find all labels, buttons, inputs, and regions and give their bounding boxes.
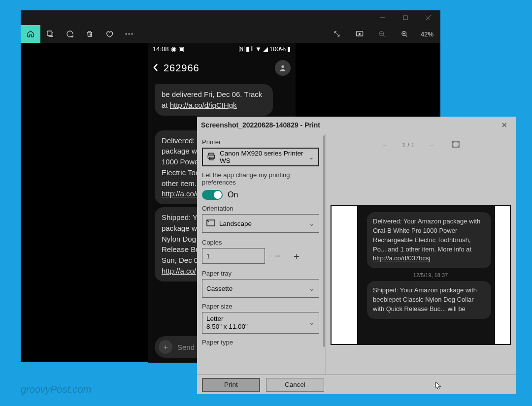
svg-point-5	[126, 33, 127, 35]
toggle-value: On	[228, 190, 238, 199]
copies-label: Copies	[202, 239, 319, 246]
svg-point-7	[132, 33, 133, 35]
rotate-icon[interactable]	[60, 25, 80, 43]
phone-time: 14:08	[153, 45, 169, 53]
print-button[interactable]: Print	[202, 378, 260, 392]
svg-rect-4	[47, 31, 52, 35]
phone-header: 262966	[148, 55, 296, 81]
size-sub: 8.50" x 11.00"	[206, 323, 315, 331]
orientation-select[interactable]: Landscape ⌄	[202, 214, 319, 233]
slideshow-icon[interactable]	[350, 25, 369, 43]
svg-point-6	[129, 33, 130, 35]
home-icon[interactable]	[21, 25, 40, 43]
prev-page-icon[interactable]: ←	[382, 141, 388, 149]
printer-select[interactable]: Canon MX920 series Printer WS ⌄	[202, 148, 319, 166]
copies-plus[interactable]: ＋	[291, 250, 302, 263]
close-button[interactable]	[417, 10, 439, 25]
more-icon[interactable]	[119, 25, 139, 43]
favorite-icon[interactable]	[100, 25, 119, 43]
message-bubble: be delivered Fri, Dec 06. Track at http:…	[155, 84, 273, 116]
battery-mini-icon: ▮	[246, 45, 249, 53]
svg-point-11	[281, 65, 284, 68]
preferences-toggle[interactable]	[202, 190, 223, 200]
size-value: Letter	[206, 315, 315, 323]
preview-page: Delivered: Your Amazon package with Oral…	[331, 205, 511, 345]
fit-page-icon[interactable]	[452, 141, 460, 149]
track-link[interactable]: http://a.co/d/iqCIHgk	[170, 101, 237, 109]
viewer-toolbar: 42%	[21, 25, 440, 43]
landscape-icon	[206, 219, 215, 228]
orientation-value: Landscape	[219, 220, 252, 227]
page-indicator: 1 / 1	[402, 141, 414, 149]
zoom-out-icon[interactable]	[372, 25, 392, 43]
next-page-icon[interactable]: →	[429, 141, 435, 149]
vibrate-icon: ⫴	[251, 45, 254, 53]
zoom-in-icon[interactable]	[395, 25, 415, 43]
tray-value: Cassette	[206, 285, 233, 292]
preview-timestamp: 12/5/19, 18:37	[365, 272, 496, 278]
battery-icon: ▮	[287, 45, 291, 53]
print-dialog: Screenshot_20220628-140829 - Print ✕ Pri…	[197, 117, 516, 394]
dialog-buttons: Print Cancel	[197, 375, 516, 394]
printer-value: Canon MX920 series Printer WS	[220, 150, 304, 164]
fullscreen-icon[interactable]	[327, 25, 347, 43]
preview-message: Shipped: Your Amazon package with beebie…	[367, 281, 491, 319]
preview-nav: ← 1 / 1 →	[326, 133, 516, 156]
window-titlebar	[21, 10, 440, 25]
watermark: groovyPost.com	[21, 384, 91, 395]
size-label: Paper size	[202, 303, 319, 310]
printer-icon	[207, 152, 216, 162]
copies-input[interactable]: 1	[202, 248, 265, 264]
svg-rect-13	[208, 155, 215, 158]
phone-battery: 100%	[269, 45, 286, 53]
type-label: Paper type	[202, 339, 319, 346]
tray-label: Paper tray	[202, 270, 319, 277]
chevron-down-icon: ⌄	[309, 219, 315, 227]
dialog-title: Screenshot_20220628-140829 - Print	[201, 121, 320, 129]
dialog-titlebar: Screenshot_20220628-140829 - Print ✕	[197, 117, 516, 133]
signal-icon: ◢	[263, 45, 268, 53]
notif-icon: ◉	[171, 45, 176, 53]
chevron-down-icon: ⌄	[309, 319, 315, 327]
conversation-title: 262966	[164, 62, 200, 74]
cursor-icon	[435, 381, 442, 390]
track-link[interactable]: http://a.co/	[162, 267, 196, 275]
cancel-button[interactable]: Cancel	[266, 378, 324, 392]
zoom-level: 42%	[418, 31, 436, 38]
wifi-icon: ▼	[255, 45, 262, 53]
contact-avatar[interactable]	[275, 60, 291, 76]
print-options-panel: Printer Canon MX920 series Printer WS ⌄ …	[197, 133, 326, 375]
tray-select[interactable]: Cassette ⌄	[202, 279, 319, 298]
back-icon[interactable]	[153, 63, 159, 73]
print-preview-panel: ← 1 / 1 → Delivered: Your Amazon package…	[326, 133, 516, 375]
minimize-button[interactable]	[371, 10, 394, 25]
printer-label: Printer	[202, 138, 319, 146]
add-to-icon[interactable]	[40, 25, 60, 43]
preview-message: Delivered: Your Amazon package with Oral…	[367, 212, 491, 268]
attach-icon[interactable]: ＋	[159, 340, 172, 354]
delete-icon[interactable]	[80, 25, 100, 43]
chevron-down-icon: ⌄	[308, 153, 314, 161]
chevron-down-icon: ⌄	[309, 284, 315, 292]
svg-rect-1	[403, 16, 407, 20]
pref-label: Let the app change my printing preferenc…	[202, 171, 319, 186]
copies-minus[interactable]: −	[272, 250, 284, 262]
phone-statusbar: 14:08 ◉ ▣ N ▮ ⫴ ▼ ◢ 100% ▮	[148, 43, 296, 55]
gallery-icon: ▣	[178, 45, 184, 53]
orientation-label: Orientation	[202, 205, 319, 212]
paper-size-select[interactable]: Letter 8.50" x 11.00" ⌄	[202, 312, 319, 334]
maximize-button[interactable]	[394, 10, 417, 25]
close-icon[interactable]: ✕	[497, 121, 512, 129]
nfc-icon: N	[239, 46, 244, 52]
